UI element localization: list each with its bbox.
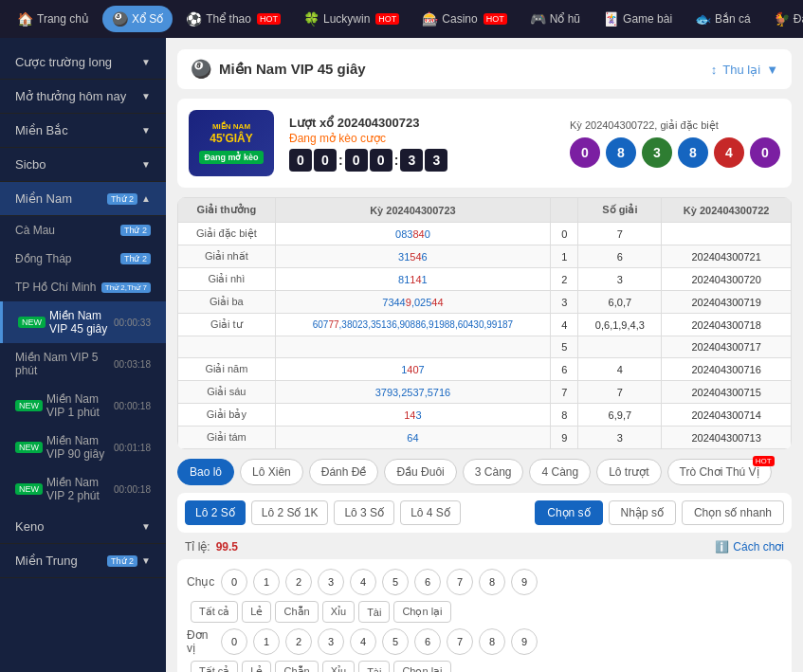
chuc-7[interactable]: 7: [447, 569, 473, 595]
ball-3: 8: [678, 137, 708, 168]
chuc-0[interactable]: 0: [221, 569, 247, 595]
nav-banca[interactable]: 🐟 Bắn cá: [685, 6, 760, 32]
subtab-lo2so1k[interactable]: Lô 2 Số 1K: [251, 500, 329, 525]
sidebar-section-mothuong[interactable]: Mở thưởng hôm nay ▼: [0, 80, 166, 114]
donvi-tatca[interactable]: Tất cả: [191, 661, 238, 672]
chuc-tai[interactable]: Tài: [358, 601, 390, 623]
chuc-chan[interactable]: Chẵn: [275, 601, 318, 623]
subtab-lo3so[interactable]: Lô 3 Số: [334, 500, 394, 525]
donvi-chonlai[interactable]: Chọn lại: [393, 661, 450, 672]
table-row: Giải đặc biệt 083840 0 7 ◁ 202404300722: [178, 223, 792, 245]
chevron-icon-5: ▲: [141, 193, 151, 204]
donvi-2[interactable]: 2: [285, 628, 312, 655]
donvi-3[interactable]: 3: [318, 628, 344, 655]
donvi-0[interactable]: 0: [221, 628, 247, 655]
sidebar-item-camau[interactable]: Cà Mau Thứ 2: [0, 216, 166, 245]
chonso-button[interactable]: Chọn số: [535, 500, 602, 525]
chuc-2[interactable]: 2: [285, 569, 312, 595]
sidebar-item-tphcm[interactable]: TP Hồ Chí Minh Thứ 2,Thứ 7: [0, 273, 166, 301]
donvi-6[interactable]: 6: [414, 628, 441, 655]
chuc-le[interactable]: Lẻ: [242, 601, 271, 623]
sidebar-item-vip90s[interactable]: NEW Miền Nam VIP 90 giây 00:01:18: [0, 427, 166, 468]
tab-baolo[interactable]: Bao lô: [177, 459, 234, 485]
donvi-1[interactable]: 1: [253, 628, 280, 655]
prize-balls: 0 8 3 8 4 0: [570, 137, 780, 168]
donvi-actions: Tất cả Lẻ Chẵn Xỉu Tài Chọn lại: [191, 661, 451, 672]
sidebar-item-vip1p[interactable]: NEW Miền Nam VIP 1 phút 00:00:18: [0, 385, 166, 427]
chevron-icon-2: ▼: [141, 91, 151, 101]
sidebar-section-mientrung[interactable]: Miền Trung Thứ 2 ▼: [0, 544, 166, 578]
donvi-le[interactable]: Lẻ: [242, 661, 271, 672]
subtab-lo2so[interactable]: Lô 2 Số: [185, 500, 246, 525]
special-prize-label: Kỳ 202404300722, giải đặc biệt: [570, 119, 780, 132]
nohu-icon: 🎮: [530, 11, 546, 27]
chuc-xiu[interactable]: Xỉu: [322, 601, 355, 623]
sidebar-section-cuoc[interactable]: Cược trường long ▼: [0, 45, 166, 80]
tab-lotruot[interactable]: Lô trượt: [596, 459, 661, 485]
help-button[interactable]: ℹ️ Cách chơi: [715, 540, 784, 554]
logo-text1: MIỀN NAM: [210, 122, 253, 132]
chuc-tatca[interactable]: Tất cả: [191, 601, 238, 623]
col-count: Số giải: [578, 198, 662, 223]
nhapso-button[interactable]: Nhập số: [609, 500, 676, 525]
nav-xoso[interactable]: 🎱 Xổ Số: [102, 6, 173, 32]
chuc-6[interactable]: 6: [414, 569, 441, 595]
countdown-1: 0: [314, 149, 337, 172]
tab-4cang[interactable]: 4 Càng: [529, 459, 591, 485]
nav-daga[interactable]: 🐓 Đá gà: [764, 6, 803, 32]
nav-thethao[interactable]: ⚽ Thể thao HOT: [176, 6, 290, 32]
thu2-badge-mt: Thứ 2: [107, 555, 137, 567]
thu2-badge: Thứ 2: [107, 193, 137, 205]
nav-nohu[interactable]: 🎮 Nổ hũ: [520, 6, 590, 32]
rooster-icon: 🐓: [774, 11, 790, 27]
chevron-icon-3: ▼: [141, 125, 151, 136]
nav-trangchu[interactable]: 🏠 Trang chủ: [8, 6, 99, 32]
chonsonauto-button[interactable]: Chọn số nhanh: [682, 500, 784, 525]
refresh-btn[interactable]: ↕ Thu lại ▼: [711, 63, 778, 77]
refresh-icon: ↕: [711, 63, 718, 77]
sidebar-section-keno[interactable]: Keno ▼: [0, 510, 166, 544]
donvi-5[interactable]: 5: [382, 628, 409, 655]
donvi-8[interactable]: 8: [479, 628, 505, 655]
sidebar-section-mienbac[interactable]: Miền Bắc ▼: [0, 114, 166, 148]
tab-3cang[interactable]: 3 Càng: [463, 459, 524, 485]
tab-loxien[interactable]: Lô Xiên: [240, 459, 303, 485]
chuc-5[interactable]: 5: [382, 569, 409, 595]
chevron-icon-keno: ▼: [141, 521, 151, 532]
sidebar-item-vip2p[interactable]: NEW Miền Nam VIP 2 phút 00:00:18: [0, 468, 166, 510]
chuc-1[interactable]: 1: [253, 569, 280, 595]
chuc-9[interactable]: 9: [511, 569, 538, 595]
special-prize-area: Kỳ 202404300722, giải đặc biệt 0 8 3 8 4…: [570, 119, 780, 168]
donvi-xiu[interactable]: Xỉu: [322, 661, 355, 672]
tab-dauduoi[interactable]: Đầu Đuôi: [384, 459, 456, 485]
lottery-info: MIỀN NAM 45'GIÂY Đang mở kèo Lượt xổ 202…: [177, 99, 792, 188]
table-row: Giải bảy 143 8 6,9,7 202404300714: [178, 404, 792, 427]
chevron-icon: ▼: [141, 57, 151, 67]
nav-casino[interactable]: 🎰 Casino HOT: [412, 6, 516, 32]
chuc-chonlai[interactable]: Chọn lại: [393, 601, 450, 623]
table-row: Giải năm 1407 6 4 202404300716: [178, 358, 792, 381]
donvi-4[interactable]: 4: [350, 628, 376, 655]
tab-danhde[interactable]: Đánh Đề: [309, 459, 379, 485]
subtab-lo4so[interactable]: Lô 4 Số: [400, 500, 461, 525]
new-badge-vip1p: NEW: [15, 400, 43, 411]
sidebar-item-dongthap[interactable]: Đồng Tháp Thứ 2: [0, 245, 166, 273]
sidebar-section-sicbo[interactable]: Sicbo ▼: [0, 148, 166, 182]
donvi-chan[interactable]: Chẵn: [275, 661, 318, 672]
sidebar-item-vip5p[interactable]: Miền Nam VIP 5 phút 00:03:18: [0, 343, 166, 385]
nav-gambai[interactable]: 🃏 Game bài: [593, 6, 682, 32]
lottery-top: MIỀN NAM 45'GIÂY Đang mở kèo Lượt xổ 202…: [189, 110, 780, 176]
sidebar-section-miennam[interactable]: Miền Nam Thứ 2 ▲: [0, 182, 166, 216]
ball-1: 8: [606, 137, 636, 168]
chuc-4[interactable]: 4: [350, 569, 376, 595]
tab-trochoithuvi[interactable]: Trò Chơi Thú Vị HOT: [667, 459, 772, 485]
donvi-9[interactable]: 9: [511, 628, 538, 655]
chuc-3[interactable]: 3: [318, 569, 344, 595]
lottery-results: Giải thưởng Kỳ 202404300723 Số giải Kỳ 2…: [177, 197, 792, 449]
nav-luckywin[interactable]: 🍀 Luckywin HOT: [294, 6, 409, 32]
chuc-8[interactable]: 8: [479, 569, 505, 595]
donvi-7[interactable]: 7: [447, 628, 473, 655]
donvi-tai[interactable]: Tài: [358, 661, 390, 672]
ball-2: 3: [642, 137, 672, 168]
sidebar-item-vip45[interactable]: NEW Miền Nam VIP 45 giây 00:00:33: [0, 301, 166, 343]
